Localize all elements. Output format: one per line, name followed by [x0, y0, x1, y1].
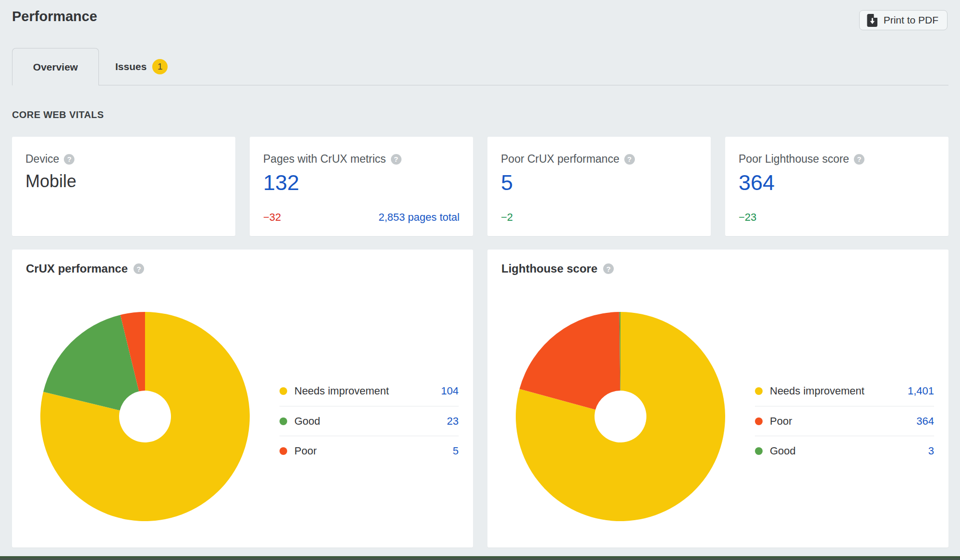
tab-issues[interactable]: Issues 1: [99, 48, 184, 85]
legend-value-link[interactable]: 104: [441, 385, 459, 397]
core-web-vitals-section-label: CORE WEB VITALS: [12, 109, 104, 120]
help-icon[interactable]: ?: [624, 154, 635, 165]
crux-performance-chart-card: CrUX performance ? Needs improvement 104…: [12, 250, 473, 548]
legend-row-needs-improvement[interactable]: Needs improvement 1,401: [755, 376, 934, 406]
lighthouse-chart-title: Lighthouse score: [501, 262, 597, 275]
needs-improvement-dot-icon: [279, 387, 287, 395]
legend-label: Good: [294, 415, 320, 428]
poor-lighthouse-delta: −23: [739, 211, 756, 224]
help-icon[interactable]: ?: [854, 154, 864, 165]
legend-label: Needs improvement: [770, 385, 864, 397]
device-value: Mobile: [25, 171, 222, 191]
poor-crux-delta: −2: [501, 211, 513, 224]
crux-chart-title: CrUX performance: [26, 262, 128, 275]
legend-label: Needs improvement: [294, 385, 389, 397]
legend-label: Poor: [770, 415, 792, 428]
print-to-pdf-icon: [867, 14, 878, 27]
good-dot-icon: [279, 417, 287, 425]
print-to-pdf-button[interactable]: Print to PDF: [859, 10, 948, 30]
legend-row-poor[interactable]: Poor 364: [755, 406, 934, 436]
pages-total-link[interactable]: 2,853 pages total: [378, 211, 460, 224]
help-icon[interactable]: ?: [134, 263, 144, 274]
pages-with-crux-value[interactable]: 132: [263, 170, 460, 195]
lighthouse-score-chart-card: Lighthouse score ? Needs improvement 1,4…: [487, 250, 948, 548]
poor-crux-value[interactable]: 5: [501, 170, 697, 195]
stat-card-poor-lighthouse: Poor Lighthouse score ? 364 −23: [725, 137, 948, 236]
tab-issues-label: Issues: [115, 61, 146, 72]
legend-value-link[interactable]: 3: [928, 445, 934, 457]
help-icon[interactable]: ?: [603, 263, 614, 274]
poor-lighthouse-label: Poor Lighthouse score: [739, 153, 849, 166]
stat-card-poor-crux: Poor CrUX performance ? 5 −2: [487, 137, 711, 236]
bottom-edge-divider: [0, 556, 960, 560]
pages-with-crux-label: Pages with CrUX metrics: [263, 153, 386, 166]
print-to-pdf-label: Print to PDF: [884, 14, 938, 26]
issues-count-badge: 1: [152, 59, 168, 74]
help-icon[interactable]: ?: [391, 154, 401, 165]
lighthouse-chart-legend: Needs improvement 1,401 Poor 364 Good 3: [755, 376, 934, 465]
legend-value-link[interactable]: 5: [453, 445, 459, 457]
poor-crux-label: Poor CrUX performance: [501, 153, 620, 166]
performance-report-page: Performance Print to PDF Overview Issues…: [0, 0, 960, 560]
poor-dot-icon: [755, 417, 763, 425]
legend-value-link[interactable]: 364: [916, 415, 934, 428]
poor-lighthouse-value[interactable]: 364: [739, 170, 935, 195]
pages-with-crux-delta: −32: [263, 211, 281, 224]
crux-performance-donut-chart[interactable]: [39, 311, 251, 522]
crux-chart-legend: Needs improvement 104 Good 23 Poor 5: [279, 376, 459, 465]
poor-dot-icon: [279, 447, 287, 455]
tab-overview[interactable]: Overview: [12, 48, 99, 85]
stat-card-device: Device ? Mobile: [12, 137, 235, 236]
device-label: Device: [25, 153, 59, 166]
legend-row-needs-improvement[interactable]: Needs improvement 104: [279, 376, 459, 406]
stat-card-pages-with-crux: Pages with CrUX metrics ? 132 −32 2,853 …: [250, 137, 473, 236]
legend-row-poor[interactable]: Poor 5: [279, 436, 459, 465]
stat-card-row: Device ? Mobile Pages with CrUX metrics …: [12, 137, 948, 236]
lighthouse-score-donut-chart[interactable]: [515, 311, 726, 522]
good-dot-icon: [755, 447, 763, 455]
needs-improvement-dot-icon: [755, 387, 763, 395]
help-icon[interactable]: ?: [64, 154, 74, 165]
legend-label: Poor: [294, 445, 316, 457]
legend-row-good[interactable]: Good 23: [279, 406, 459, 436]
legend-value-link[interactable]: 1,401: [908, 385, 934, 397]
legend-value-link[interactable]: 23: [447, 415, 459, 428]
tab-overview-label: Overview: [33, 61, 78, 73]
tab-bar: Overview Issues 1: [12, 48, 948, 85]
chart-card-row: CrUX performance ? Needs improvement 104…: [12, 250, 948, 548]
page-title: Performance: [12, 9, 97, 24]
legend-label: Good: [770, 445, 796, 457]
legend-row-good[interactable]: Good 3: [755, 436, 934, 465]
